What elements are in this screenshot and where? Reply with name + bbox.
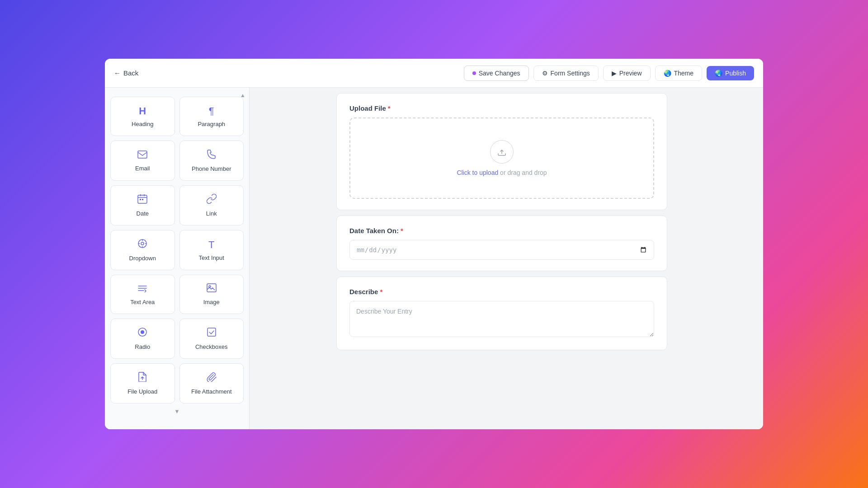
paragraph-icon: ¶ <box>209 105 214 117</box>
sidebar-item-paragraph-label: Paragraph <box>198 121 225 127</box>
sidebar-item-text-input-label: Text Input <box>199 254 224 261</box>
back-label: Back <box>123 69 138 77</box>
sidebar-item-heading-label: Heading <box>132 121 153 127</box>
back-arrow-icon: ← <box>114 69 121 77</box>
date-icon <box>137 194 147 206</box>
svg-rect-2 <box>140 199 141 200</box>
sidebar-item-email[interactable]: Email <box>110 141 175 181</box>
theme-button[interactable]: 🌏 Theme <box>655 66 703 81</box>
sidebar-item-file-attachment-label: File Attachment <box>191 388 232 395</box>
upload-dropzone[interactable]: Click to upload or drag and drop <box>349 117 654 199</box>
save-changes-button[interactable]: Save Changes <box>464 66 529 81</box>
header-right: Save Changes ⚙ Form Settings ▶ Preview 🌏… <box>464 66 754 81</box>
sidebar-item-image-label: Image <box>203 299 220 305</box>
scroll-down-indicator: ▼ <box>110 404 244 419</box>
sidebar-item-file-attachment[interactable]: File Attachment <box>179 363 244 404</box>
sidebar-item-file-upload[interactable]: File Upload <box>110 363 175 404</box>
heading-icon: H <box>139 105 146 117</box>
theme-icon: 🌏 <box>664 70 671 77</box>
sidebar-item-email-label: Email <box>135 165 150 172</box>
sidebar-item-paragraph[interactable]: ¶ Paragraph <box>179 97 244 136</box>
sidebar-item-heading[interactable]: H Heading <box>110 97 175 136</box>
save-dot-icon <box>472 71 476 75</box>
dropdown-icon <box>137 239 147 251</box>
file-upload-icon <box>138 372 147 385</box>
describe-textarea[interactable] <box>349 301 654 337</box>
preview-button[interactable]: ▶ Preview <box>603 66 651 81</box>
sidebar-item-radio[interactable]: Radio <box>110 319 175 359</box>
publish-button[interactable]: 🌏 Publish <box>707 66 754 80</box>
describe-required-marker: * <box>380 288 382 296</box>
sidebar-item-date-label: Date <box>137 210 149 217</box>
svg-rect-0 <box>138 151 147 158</box>
sidebar-item-phone-label: Phone Number <box>192 165 231 172</box>
sidebar-item-date[interactable]: Date <box>110 185 175 225</box>
sidebar-item-radio-label: Radio <box>135 343 150 350</box>
theme-label: Theme <box>674 70 694 77</box>
header-left: ← Back <box>114 69 138 77</box>
phone-icon <box>207 149 216 162</box>
scroll-indicator: ▲ <box>240 92 245 99</box>
date-input[interactable] <box>349 240 654 260</box>
form-settings-button[interactable]: ⚙ Form Settings <box>533 66 599 81</box>
sidebar-item-image[interactable]: Image <box>179 275 244 314</box>
sidebar-item-file-upload-label: File Upload <box>127 388 157 395</box>
back-button[interactable]: ← Back <box>114 69 138 77</box>
app-container: ← Back Save Changes ⚙ Form Settings ▶ Pr… <box>105 59 763 429</box>
svg-point-5 <box>141 242 144 245</box>
upload-file-card: Upload File * Click to upload or drag an… <box>336 93 667 210</box>
inner-content: Upload File * Click to upload or drag an… <box>250 88 763 429</box>
sidebar-item-text-input[interactable]: T Text Input <box>179 230 244 270</box>
left-divider-panel <box>250 88 331 429</box>
link-icon <box>207 194 217 206</box>
upload-required-marker: * <box>388 104 391 112</box>
file-attachment-icon <box>207 372 217 385</box>
text-area-icon <box>137 283 147 295</box>
form-settings-label: Form Settings <box>551 70 590 77</box>
radio-icon <box>137 327 147 340</box>
svg-rect-10 <box>208 328 216 336</box>
center-content: Upload File * Click to upload or drag an… <box>331 88 673 429</box>
email-icon <box>137 150 147 161</box>
sidebar-item-phone[interactable]: Phone Number <box>179 141 244 181</box>
sidebar-item-checkboxes[interactable]: Checkboxes <box>179 319 244 359</box>
upload-instruction: Click to upload or drag and drop <box>457 169 547 176</box>
preview-icon: ▶ <box>612 70 617 77</box>
sidebar-item-text-area-label: Text Area <box>130 299 155 305</box>
sidebar-item-text-area[interactable]: Text Area <box>110 275 175 314</box>
header: ← Back Save Changes ⚙ Form Settings ▶ Pr… <box>105 59 763 88</box>
sidebar: ▲ H Heading ¶ Paragraph <box>105 88 250 429</box>
upload-icon <box>490 140 514 164</box>
sidebar-item-link-label: Link <box>206 210 217 217</box>
checkboxes-icon <box>207 327 217 340</box>
sidebar-item-link[interactable]: Link <box>179 185 244 225</box>
upload-file-label: Upload File * <box>349 104 654 112</box>
date-taken-card: Date Taken On: * <box>336 216 667 271</box>
describe-label: Describe * <box>349 288 654 296</box>
sidebar-item-dropdown[interactable]: Dropdown <box>110 230 175 270</box>
sidebar-item-checkboxes-label: Checkboxes <box>195 343 228 350</box>
date-taken-label: Date Taken On: * <box>349 227 654 235</box>
right-panel <box>673 88 763 429</box>
save-label: Save Changes <box>479 70 520 77</box>
gear-icon: ⚙ <box>542 70 548 77</box>
upload-click-link[interactable]: Click to upload <box>457 169 498 176</box>
describe-card: Describe * <box>336 277 667 350</box>
image-icon <box>207 283 217 295</box>
text-input-icon: T <box>208 239 214 251</box>
preview-label: Preview <box>619 70 642 77</box>
sidebar-item-dropdown-label: Dropdown <box>129 255 156 262</box>
main-layout: ▲ H Heading ¶ Paragraph <box>105 88 763 429</box>
publish-label: Publish <box>725 70 746 77</box>
publish-icon: 🌏 <box>715 70 722 77</box>
sidebar-grid: H Heading ¶ Paragraph Emai <box>110 97 244 404</box>
svg-point-9 <box>141 330 144 334</box>
svg-rect-3 <box>142 199 143 200</box>
date-required-marker: * <box>401 227 403 235</box>
